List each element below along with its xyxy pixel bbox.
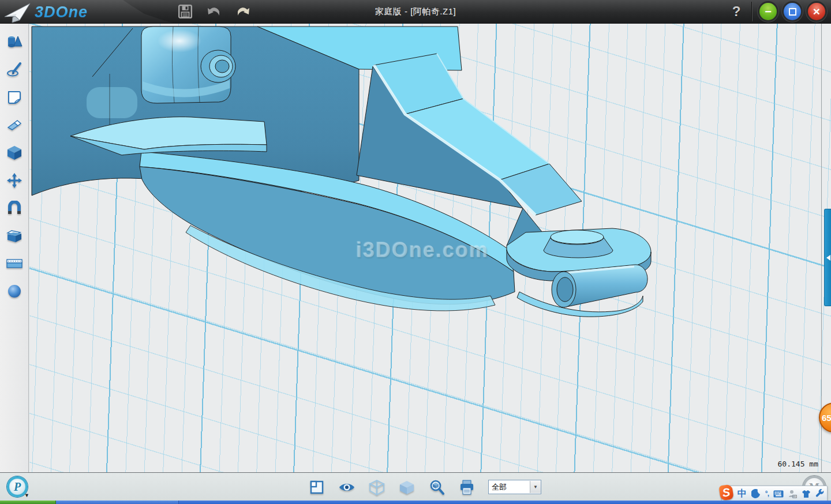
zoom-button[interactable]: [428, 479, 446, 496]
view-plane-button[interactable]: [308, 479, 325, 496]
close-button[interactable]: ×: [808, 3, 825, 20]
sidebar-item-combine[interactable]: [4, 228, 25, 243]
view-plane-icon: [309, 480, 324, 495]
taskbar-app-segment[interactable]: [56, 501, 179, 504]
close-icon: ×: [813, 5, 820, 18]
dimension-readout: 60.145 mm: [778, 460, 818, 468]
left-toolbar: [0, 24, 29, 472]
svg-text:19: 19: [793, 495, 796, 498]
shaded-cube-icon: [399, 480, 415, 495]
selection-filter-value: 全部: [489, 481, 530, 493]
viewport-canvas[interactable]: i3DOne.com 60.145 mm 65: [29, 24, 831, 472]
os-taskbar-edge: [0, 501, 831, 504]
taskbar-rest-segment[interactable]: [179, 501, 831, 504]
sketch-pen-icon: [6, 62, 23, 77]
skin-shirt-icon[interactable]: [802, 490, 811, 498]
section-icon: [6, 256, 23, 271]
profile-icon[interactable]: 19: [788, 490, 797, 498]
minimize-icon: −: [765, 5, 772, 18]
promo-badge-label: 65: [822, 413, 831, 423]
solid-cube-icon: [6, 145, 23, 160]
chevron-down-icon[interactable]: ▼: [530, 481, 541, 493]
minimize-button[interactable]: −: [759, 3, 777, 20]
window-controls: ? − ×: [728, 0, 825, 23]
restore-icon: [789, 8, 796, 16]
wrench-icon[interactable]: [815, 489, 825, 498]
sidebar-item-sketch-plane[interactable]: [4, 89, 25, 105]
view-toolbar: 全部 ▼: [308, 473, 541, 501]
sidebar-item-primitives[interactable]: [4, 34, 25, 50]
sidebar-item-sketch[interactable]: [4, 62, 25, 77]
shaded-display-button[interactable]: [398, 479, 415, 496]
visibility-button[interactable]: [338, 479, 355, 496]
ime-toolbar: S 中 °, 19: [721, 486, 828, 502]
punctuation-icon[interactable]: °,: [765, 490, 769, 498]
wireframe-cube-icon: [369, 479, 385, 495]
primitives-icon: [6, 35, 23, 50]
sidebar-item-section[interactable]: [4, 255, 25, 271]
keyboard-icon[interactable]: [773, 490, 784, 498]
sidebar-item-snap[interactable]: [4, 200, 25, 216]
taskbar-start-segment[interactable]: [0, 501, 56, 504]
sketch-plane-icon: [6, 90, 23, 105]
ime-lang-toggle[interactable]: 中: [738, 488, 747, 500]
model-3d-apache[interactable]: [29, 24, 831, 472]
sidebar-item-extrude[interactable]: [4, 145, 25, 160]
magnet-snap-icon: [6, 201, 23, 216]
titlebar-separator: [752, 2, 753, 21]
chevron-left-icon: [826, 255, 830, 261]
sidebar-item-material[interactable]: [4, 283, 25, 299]
collapsed-panel-tab[interactable]: [824, 209, 831, 306]
properties-caret-icon[interactable]: ▼: [24, 492, 29, 498]
selection-filter-combobox[interactable]: 全部 ▼: [488, 480, 541, 494]
window-title: 家庭版 - [阿帕奇.Z1]: [0, 0, 831, 23]
sogou-logo[interactable]: S: [718, 484, 733, 501]
panel-splitter[interactable]: [821, 24, 822, 472]
wireframe-display-button[interactable]: [368, 479, 385, 496]
material-sphere-icon: [6, 284, 23, 299]
combine-icon: [6, 228, 23, 243]
zoom-lens-icon: [429, 479, 445, 495]
titlebar: 3DOne: [0, 0, 831, 24]
eraser-icon: [6, 118, 23, 133]
status-toolbar: P ▼: [0, 472, 831, 501]
application-window: 3DOne: [0, 0, 831, 504]
sidebar-item-move[interactable]: [4, 172, 25, 188]
sidebar-item-eraser[interactable]: [4, 117, 25, 133]
print-button[interactable]: [458, 479, 476, 496]
help-button[interactable]: ?: [728, 3, 745, 20]
visibility-eye-icon: [338, 481, 355, 494]
moon-icon[interactable]: [751, 489, 761, 498]
print-icon: [459, 479, 475, 495]
restore-button[interactable]: [784, 3, 801, 20]
properties-button-label: P: [14, 480, 21, 494]
move-icon: [6, 173, 23, 188]
